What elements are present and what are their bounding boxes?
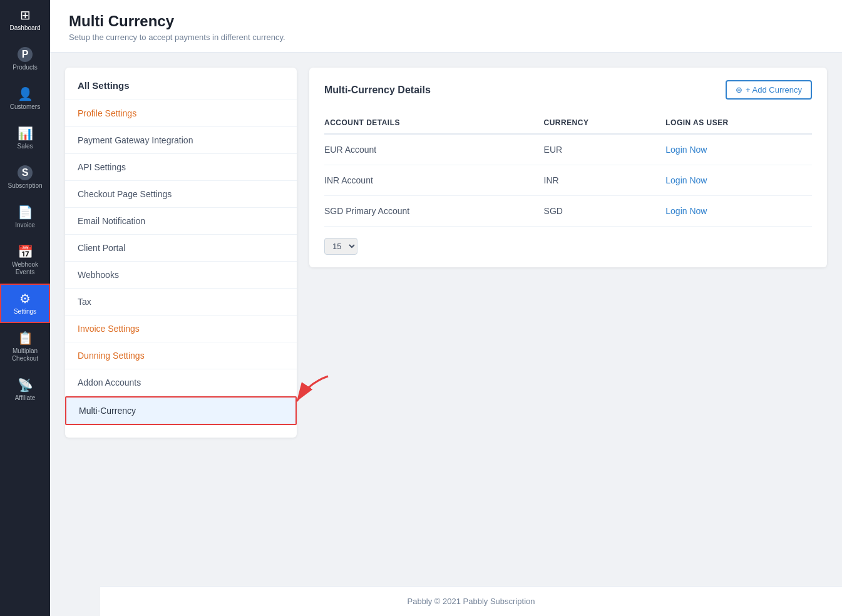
- sidebar-item-settings[interactable]: ⚙ Settings: [0, 284, 50, 323]
- sidebar-item-label: Subscription: [8, 182, 42, 190]
- menu-item-email[interactable]: Email Notification: [65, 208, 297, 235]
- sidebar-item-affiliate[interactable]: 📡 Affiliate: [0, 370, 50, 409]
- menu-item-checkout[interactable]: Checkout Page Settings: [65, 181, 297, 208]
- sidebar-item-sales[interactable]: 📊 Sales: [0, 118, 50, 158]
- cell-currency: SGD: [544, 196, 666, 227]
- details-panel-title: Multi-Currency Details: [324, 85, 431, 96]
- cell-account: INR Account: [324, 165, 544, 196]
- sidebar-item-label: Webhook Events: [4, 261, 46, 276]
- col-header-login: LOGIN AS USER: [665, 112, 812, 134]
- login-now-link[interactable]: Login Now: [665, 145, 707, 155]
- menu-item-webhooks[interactable]: Webhooks: [65, 262, 297, 289]
- sidebar: ⊞ Dashboard P Products 👤 Customers 📊 Sal…: [0, 0, 50, 616]
- multiplan-icon: 📋: [18, 331, 33, 346]
- login-now-link[interactable]: Login Now: [665, 175, 707, 185]
- menu-item-api[interactable]: API Settings: [65, 154, 297, 181]
- cell-login[interactable]: Login Now: [665, 165, 812, 196]
- sidebar-item-label: Dashboard: [10, 24, 41, 32]
- menu-item-addon[interactable]: Addon Accounts: [65, 369, 297, 396]
- cell-account: SGD Primary Account: [324, 196, 544, 227]
- sidebar-item-label: Settings: [14, 308, 36, 316]
- menu-item-invoice[interactable]: Invoice Settings: [65, 316, 297, 342]
- settings-panel-title: All Settings: [65, 80, 297, 100]
- sales-icon: 📊: [18, 126, 33, 141]
- table-row: INR Account INR Login Now: [324, 165, 812, 196]
- currency-table: ACCOUNT DETAILS CURRENCY LOGIN AS USER E…: [324, 112, 812, 227]
- sidebar-item-subscription[interactable]: S Subscription: [0, 158, 50, 197]
- settings-icon: ⚙: [19, 291, 31, 306]
- menu-item-payment[interactable]: Payment Gateway Integration: [65, 127, 297, 154]
- subscription-icon: S: [18, 165, 33, 180]
- cell-currency: EUR: [544, 134, 666, 165]
- add-currency-button[interactable]: ⊕ + Add Currency: [726, 80, 812, 100]
- content-area: All Settings Profile Settings Payment Ga…: [50, 53, 842, 586]
- sidebar-item-webhook[interactable]: 📅 Webhook Events: [0, 237, 50, 284]
- pagination-area: 15 25 50: [324, 238, 812, 255]
- footer: Pabbly © 2021 Pabbly Subscription: [100, 586, 842, 616]
- affiliate-icon: 📡: [18, 377, 33, 393]
- table-row: EUR Account EUR Login Now: [324, 134, 812, 165]
- details-panel-header: Multi-Currency Details ⊕ + Add Currency: [324, 80, 812, 100]
- sidebar-item-dashboard[interactable]: ⊞ Dashboard: [0, 0, 50, 39]
- cell-currency: INR: [544, 165, 666, 196]
- details-panel: Multi-Currency Details ⊕ + Add Currency …: [309, 68, 827, 267]
- invoice-icon: 📄: [18, 205, 33, 220]
- products-icon: P: [18, 47, 33, 62]
- menu-item-profile[interactable]: Profile Settings: [65, 100, 297, 127]
- sidebar-item-customers[interactable]: 👤 Customers: [0, 79, 50, 118]
- menu-item-dunning[interactable]: Dunning Settings: [65, 342, 297, 369]
- col-header-currency: CURRENCY: [544, 112, 666, 134]
- page-title: Multi Currency: [69, 13, 823, 30]
- settings-panel: All Settings Profile Settings Payment Ga…: [65, 68, 297, 438]
- sidebar-item-label: Multiplan Checkout: [4, 347, 46, 362]
- footer-text: Pabbly © 2021 Pabbly Subscription: [408, 597, 535, 606]
- menu-item-client[interactable]: Client Portal: [65, 235, 297, 262]
- plus-icon: ⊕: [736, 85, 742, 95]
- sidebar-item-label: Customers: [10, 103, 40, 111]
- webhook-icon: 📅: [18, 244, 33, 259]
- cell-login[interactable]: Login Now: [665, 196, 812, 227]
- sidebar-item-multiplan[interactable]: 📋 Multiplan Checkout: [0, 323, 50, 370]
- menu-item-tax[interactable]: Tax: [65, 289, 297, 316]
- col-header-account: ACCOUNT DETAILS: [324, 112, 544, 134]
- sidebar-item-invoice[interactable]: 📄 Invoice: [0, 197, 50, 237]
- dashboard-icon: ⊞: [20, 8, 31, 23]
- sidebar-item-label: Products: [13, 64, 37, 71]
- login-now-link[interactable]: Login Now: [665, 206, 707, 216]
- sidebar-item-products[interactable]: P Products: [0, 39, 50, 79]
- menu-item-multicurrency[interactable]: Multi-Currency: [65, 396, 297, 425]
- sidebar-item-label: Affiliate: [15, 394, 36, 402]
- sidebar-item-label: Sales: [17, 143, 33, 150]
- table-row: SGD Primary Account SGD Login Now: [324, 196, 812, 227]
- customers-icon: 👤: [18, 86, 33, 101]
- per-page-select[interactable]: 15 25 50: [324, 238, 357, 255]
- page-subtitle: Setup the currency to accept payments in…: [69, 33, 823, 42]
- cell-account: EUR Account: [324, 134, 544, 165]
- page-header: Multi Currency Setup the currency to acc…: [50, 0, 842, 53]
- sidebar-item-label: Invoice: [15, 222, 35, 229]
- cell-login[interactable]: Login Now: [665, 134, 812, 165]
